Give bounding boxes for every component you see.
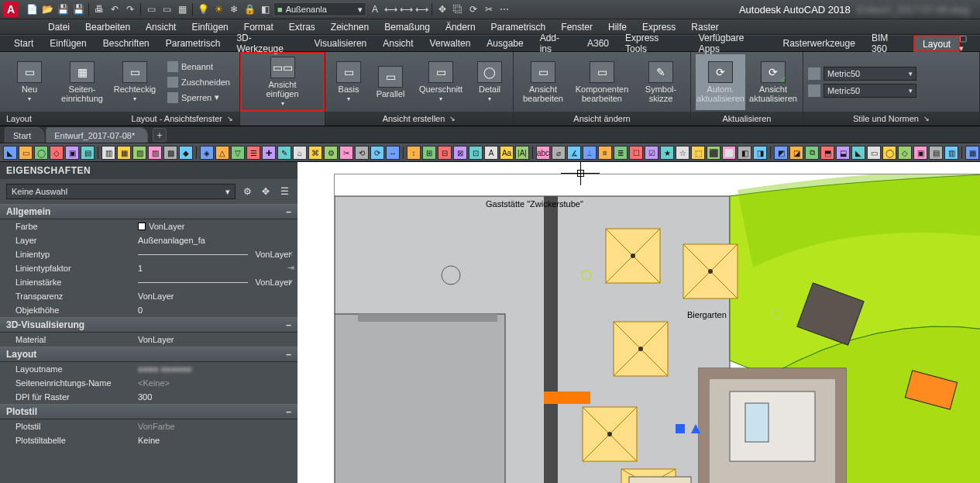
lock-icon[interactable]: 🔒 bbox=[242, 2, 256, 16]
tab-addins[interactable]: Add-ins bbox=[532, 36, 579, 51]
base-view-button[interactable]: ▭Basis▾ bbox=[330, 54, 367, 110]
prop-dpi[interactable]: DPI für Raster300 bbox=[0, 390, 297, 404]
tab-einfuegen[interactable]: Einfügen bbox=[42, 36, 95, 51]
category-general[interactable]: Allgemein– bbox=[0, 204, 297, 219]
edit-components-button[interactable]: ▭Komponenten bearbeiten bbox=[571, 54, 633, 110]
toolbar-icon[interactable]: ⟂ bbox=[583, 146, 597, 160]
category-3dviz[interactable]: 3D-Visualisierung– bbox=[0, 317, 297, 333]
toolbar-icon[interactable]: ☑ bbox=[645, 146, 658, 160]
rect-viewport-button[interactable]: ▭Rechteckig▾ bbox=[110, 54, 160, 110]
detail-view-button[interactable]: ◯Detail▾ bbox=[471, 54, 508, 110]
named-viewports-button[interactable]: Benannt bbox=[164, 60, 233, 74]
toolbar-icon[interactable]: ▩ bbox=[163, 146, 177, 160]
toolbar-icon[interactable]: ⊞ bbox=[422, 146, 436, 160]
toolbar-icon[interactable]: ≣ bbox=[614, 146, 628, 160]
toolbar-icon[interactable]: ◇ bbox=[898, 146, 912, 160]
toolbar-icon[interactable]: ▧ bbox=[132, 146, 146, 160]
toolbar-icon[interactable]: ⧉ bbox=[805, 146, 819, 160]
tab-3dwerkzeuge[interactable]: 3D-Werkzeuge bbox=[229, 36, 306, 51]
open-icon[interactable]: 📂 bbox=[40, 2, 54, 16]
menu-ansicht[interactable]: Ansicht bbox=[138, 20, 184, 34]
toolbar-icon[interactable]: ▨ bbox=[148, 146, 162, 160]
toolbar-icon[interactable]: Aa bbox=[500, 146, 514, 160]
toolbar-icon[interactable]: ☐ bbox=[629, 146, 643, 160]
tab-ausgabe[interactable]: Ausgabe bbox=[479, 36, 531, 51]
menu-aendern[interactable]: Ändern bbox=[438, 20, 483, 34]
toolbar-icon[interactable]: ⟲ bbox=[355, 146, 369, 160]
autohide-icon[interactable]: ⇥ bbox=[285, 263, 296, 274]
dialog-launcher-icon[interactable]: ↘ bbox=[449, 115, 456, 122]
menu-einfuegen[interactable]: Einfügen bbox=[184, 20, 236, 34]
tab-express[interactable]: Express Tools bbox=[617, 36, 691, 51]
prop-lineweight[interactable]: LinienstärkeVonLayer bbox=[0, 275, 297, 289]
tab-ansicht[interactable]: Ansicht bbox=[375, 36, 421, 51]
category-layout[interactable]: Layout– bbox=[0, 347, 297, 362]
toolbar-icon[interactable]: ≡ bbox=[598, 146, 612, 160]
prop-layer[interactable]: LayerAußenanlagen_fa bbox=[0, 233, 297, 247]
layer-combo[interactable]: ■ Außenanla ▾ bbox=[273, 2, 366, 16]
toolbar-icon[interactable]: ⌂ bbox=[293, 146, 307, 160]
toolbar-icon[interactable]: ☰ bbox=[246, 146, 260, 160]
tab-beschriften[interactable]: Beschriften bbox=[95, 36, 158, 51]
toolbar-icon[interactable]: ▦ bbox=[117, 146, 131, 160]
toolbar-icon[interactable]: abc bbox=[536, 146, 550, 160]
toolbar-icon[interactable]: △ bbox=[215, 146, 229, 160]
edit-view-button[interactable]: ▭Ansicht bearbeiten bbox=[518, 54, 568, 110]
dialog-launcher-icon[interactable]: ↘ bbox=[923, 115, 930, 122]
toolbar-icon[interactable]: ◯ bbox=[882, 146, 896, 160]
new-icon[interactable]: 📄 bbox=[25, 2, 39, 16]
tab-raster[interactable]: Rasterwerkzeuge bbox=[775, 36, 864, 51]
dim3-icon[interactable]: ⟷ bbox=[414, 2, 428, 16]
pickadd-icon[interactable]: ☰ bbox=[277, 185, 291, 198]
toolbar-icon[interactable]: ⬛ bbox=[707, 146, 720, 160]
toolbar-icon[interactable]: ▥ bbox=[101, 146, 115, 160]
menu-datei[interactable]: Datei bbox=[40, 20, 77, 34]
menu-raster[interactable]: Raster bbox=[683, 20, 726, 34]
menu-icon[interactable]: ▾ bbox=[285, 277, 296, 288]
menu-fenster[interactable]: Fenster bbox=[553, 20, 600, 34]
toolbar-icon[interactable]: ▭ bbox=[867, 146, 881, 160]
toolbar-icon[interactable]: ▦ bbox=[965, 146, 979, 160]
section-style-combo[interactable]: Metric50▾ bbox=[824, 67, 916, 81]
toolbar-icon[interactable]: ◣ bbox=[3, 146, 17, 160]
toolbar-icon[interactable]: ⊡ bbox=[469, 146, 483, 160]
menu-express[interactable]: Express bbox=[634, 20, 683, 34]
lock-button[interactable]: Sperren ▾ bbox=[164, 91, 233, 105]
doctab-entwurf[interactable]: Entwurf_2017-07-08* bbox=[46, 127, 148, 143]
toolbar-icon[interactable]: ◣ bbox=[851, 146, 865, 160]
save-icon[interactable]: 💾 bbox=[56, 2, 70, 16]
move-icon[interactable]: ✥ bbox=[435, 2, 449, 16]
menu-extras[interactable]: Extras bbox=[281, 20, 323, 34]
tab-a360[interactable]: A360 bbox=[579, 36, 617, 51]
rotate-icon[interactable]: ⟳ bbox=[466, 2, 480, 16]
select-objects-icon[interactable]: ✥ bbox=[259, 185, 273, 198]
trim-icon[interactable]: ✂ bbox=[482, 2, 496, 16]
toolbar-icon[interactable]: ◧ bbox=[738, 146, 751, 160]
toolbar-icon[interactable]: ▽ bbox=[231, 146, 245, 160]
bulb-icon[interactable]: 💡 bbox=[196, 2, 210, 16]
detail-style-combo[interactable]: Metric50▾ bbox=[824, 84, 916, 98]
toolbar-icon[interactable]: ◨ bbox=[753, 146, 767, 160]
prop-color[interactable]: FarbeVonLayer bbox=[0, 219, 297, 233]
toolbar-icon[interactable]: ◪ bbox=[789, 146, 803, 160]
copy-icon[interactable]: ⿻ bbox=[451, 2, 465, 16]
insert-view-button[interactable]: ▭▭Ansicht einfügen▾ bbox=[246, 54, 320, 110]
menu-hilfe[interactable]: Hilfe bbox=[600, 20, 634, 34]
toolbar-icon[interactable]: ◯ bbox=[34, 146, 48, 160]
toolbar-icon[interactable]: ◇ bbox=[50, 146, 64, 160]
prop-pagesetup[interactable]: Seiteneinrichtungs-Name<Keine> bbox=[0, 376, 297, 390]
plot-icon[interactable]: 🖶 bbox=[92, 2, 106, 16]
doctab-start[interactable]: Start bbox=[5, 127, 44, 143]
update-view-button[interactable]: ⟳✔Ansicht aktualisieren bbox=[748, 54, 798, 110]
page-setup-button[interactable]: ▦Seiten- einrichtung bbox=[57, 54, 107, 110]
toolbar-icon[interactable]: ⬜ bbox=[722, 146, 736, 160]
style-icon[interactable] bbox=[808, 67, 820, 80]
dim2-icon[interactable]: ⟷ bbox=[399, 2, 413, 16]
prop-plottable[interactable]: PlotstiltabelleKeine bbox=[0, 433, 297, 447]
toolbar-icon[interactable]: ◩ bbox=[774, 146, 788, 160]
toolbar-icon[interactable]: ⌘ bbox=[308, 146, 322, 160]
batch-icon[interactable]: ▦ bbox=[175, 2, 189, 16]
tab-visualisieren[interactable]: Visualisieren bbox=[306, 36, 375, 51]
tab-start[interactable]: Start bbox=[6, 36, 42, 51]
prop-ltscale[interactable]: Linientypfaktor1 bbox=[0, 261, 297, 275]
